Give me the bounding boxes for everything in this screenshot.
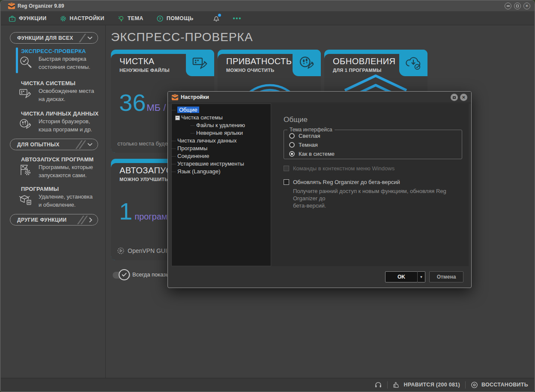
card-subtitle: ДЛЯ 1 ПРОГРАММЫ <box>333 68 382 73</box>
card-value: 36 МБ / 3 <box>119 91 174 115</box>
app-window: Reg Organizer 9.89 ✕ ФУНКЦИИ НАСТРОЙКИ <box>0 0 535 392</box>
minimize-button[interactable] <box>505 3 511 9</box>
checkbox-beta-updates[interactable]: Обновлять Reg Organizer до бета-версий <box>284 179 400 185</box>
card-footer-program: OpenVPN GUI fo <box>117 247 173 255</box>
cloud-update-icon <box>404 54 422 71</box>
card-subtitle: МОЖНО ОЧИСТИТЬ <box>226 68 274 73</box>
settings-tree: Общие − Чистка системы Файлы к удалению … <box>171 104 271 266</box>
tree-item-invalid-shortcuts[interactable]: Неверные ярлыки <box>172 129 271 137</box>
dialog-title-bar[interactable]: Настройки ✕ <box>168 92 471 103</box>
radio-theme-system[interactable]: Как в системе <box>289 151 335 157</box>
tree-item-language[interactable]: Язык (Language) <box>172 168 271 175</box>
collapse-expander[interactable]: − <box>175 116 180 120</box>
gear-play-icon <box>117 247 125 255</box>
restore-label: ВОССТАНОВИТЬ <box>481 382 528 388</box>
privacy-cleanup-icon <box>298 54 315 71</box>
tree-item-files-to-delete[interactable]: Файлы к удалению <box>172 122 271 129</box>
radio-theme-light[interactable]: Светлая <box>289 133 320 139</box>
dialog-title: Настройки <box>181 92 209 103</box>
sidebar-item-desc: Удаление, установка и обновление. <box>39 193 93 209</box>
window-title: Reg Organizer 9.89 <box>18 0 64 12</box>
stripes-decoration <box>78 140 83 149</box>
tree-item-general[interactable]: Общие <box>172 106 271 114</box>
sidebar: ФУНКЦИИ ДЛЯ ВСЕХ ЭКСПРЕСС-ПРОВЕРКА Быстр… <box>1 25 106 378</box>
settings-dialog: Настройки ✕ Общие − Чистка системы Файлы… <box>167 91 472 288</box>
menu-more-button[interactable]: ••• <box>233 15 242 22</box>
menu-bar: ФУНКЦИИ НАСТРОЙКИ ТЕМА ? ПОМОЩЬ <box>1 12 534 25</box>
like-button[interactable]: НРАВИТСЯ (200 081) <box>393 381 460 389</box>
programs-icon <box>19 193 33 206</box>
chevron-down-icon <box>87 143 93 146</box>
radio-theme-dark[interactable]: Темная <box>289 142 318 148</box>
system-cleanup-icon <box>19 87 33 101</box>
panel-heading: Общие <box>284 116 308 124</box>
menu-functions-label: ФУНКЦИИ <box>19 15 47 21</box>
beta-note: Получите ранний доступ к новым функциям,… <box>293 187 469 209</box>
sidebar-group-other-functions[interactable]: ДРУГИЕ ФУНКЦИИ <box>10 214 98 226</box>
menu-settings[interactable]: НАСТРОЙКИ <box>60 15 105 22</box>
sidebar-item-title: ЧИСТКА ЛИЧНЫХ ДАННЫХ <box>21 110 99 117</box>
sidebar-item-desc: Освобождение места на дисках. <box>39 87 94 103</box>
cancel-button[interactable]: Отмена <box>429 271 463 282</box>
headphones-icon <box>374 381 382 389</box>
card-title: ЧИСТКА <box>120 56 155 66</box>
ok-dropdown-button[interactable]: ▼ <box>417 271 425 282</box>
theme-groupbox: Тема интерфейса Светлая Темная Как в сис… <box>284 130 462 159</box>
notifications-button[interactable] <box>212 15 220 23</box>
maximize-button[interactable] <box>514 3 521 9</box>
menu-help-label: ПОМОЩЬ <box>167 15 194 21</box>
autorun-icon <box>19 163 33 177</box>
checkbox-icon[interactable] <box>284 179 289 185</box>
menu-theme[interactable]: ТЕМА <box>117 15 143 22</box>
close-button[interactable]: ✕ <box>523 3 530 9</box>
help-icon: ? <box>156 15 164 22</box>
status-bar: НРАВИТСЯ (200 081) ВОССТАНОВИТЬ <box>1 378 534 391</box>
restore-button[interactable]: ВОССТАНОВИТЬ <box>471 381 528 389</box>
feedback-button[interactable] <box>374 381 382 389</box>
program-name: OpenVPN GUI fo <box>128 247 173 254</box>
tree-item-programs[interactable]: Программы <box>172 145 271 152</box>
tree-item-system-cleanup[interactable]: − Чистка системы <box>172 114 271 122</box>
menu-functions[interactable]: ФУНКЦИИ <box>9 15 47 22</box>
menu-help[interactable]: ? ПОМОЩЬ <box>156 15 194 22</box>
card-footer-text: столько места будет <box>117 140 170 147</box>
tree-item-legacy-tools[interactable]: Устаревшие инструменты <box>172 160 271 168</box>
tree-item-private-data[interactable]: Чистка личных данных <box>172 137 271 145</box>
privacy-cleanup-icon <box>19 117 33 131</box>
thumb-up-icon <box>393 381 401 389</box>
card-subtitle: МОЖНО УЛУЧШИТЬ <box>120 177 168 182</box>
sidebar-item-desc: Быстрая проверка состояния системы. <box>39 55 90 71</box>
tree-item-connection[interactable]: Соединение <box>172 152 271 160</box>
title-bar[interactable]: Reg Organizer 9.89 ✕ <box>0 0 535 12</box>
chevron-right-icon <box>89 217 93 223</box>
system-cleanup-icon <box>191 54 209 71</box>
gear-icon <box>60 15 67 22</box>
menu-theme-label: ТЕМА <box>128 15 143 21</box>
radio-icon-selected[interactable] <box>289 151 295 157</box>
radio-icon[interactable] <box>289 133 295 139</box>
lightbulb-icon <box>117 15 125 22</box>
card-icon-tab <box>186 50 214 76</box>
sidebar-item-title: ЧИСТКА СИСТЕМЫ <box>21 80 75 86</box>
svg-text:?: ? <box>159 16 161 21</box>
dialog-maximize-button[interactable] <box>451 94 458 101</box>
sidebar-group-all-functions[interactable]: ФУНКЦИИ ДЛЯ ВСЕХ <box>10 32 98 44</box>
card-icon-tab <box>293 50 321 76</box>
app-logo-icon <box>171 94 179 101</box>
sidebar-item-title: ЭКСПРЕСС-ПРОВЕРКА <box>21 48 86 54</box>
card-icon-tab <box>399 50 427 76</box>
stripes-decoration <box>82 34 83 42</box>
sidebar-item-title: ПРОГРАММЫ <box>21 186 59 192</box>
toggle-check-icon[interactable] <box>119 269 130 280</box>
sidebar-item-title: АВТОЗАПУСК ПРОГРАММ <box>21 156 93 163</box>
chevron-down-icon <box>87 36 93 40</box>
radio-icon[interactable] <box>289 142 295 148</box>
sidebar-group-advanced[interactable]: ДЛЯ ОПЫТНЫХ <box>10 139 98 150</box>
ok-button[interactable]: OK <box>385 271 418 282</box>
group-advanced-label: ДЛЯ ОПЫТНЫХ <box>17 142 60 148</box>
group-other-label: ДРУГИЕ ФУНКЦИИ <box>17 217 66 223</box>
checkbox-icon-disabled <box>284 166 289 171</box>
dialog-close-button[interactable]: ✕ <box>460 94 467 101</box>
card-title: ПРИВАТНОСТЬ <box>226 56 292 66</box>
notification-dot <box>218 14 221 17</box>
